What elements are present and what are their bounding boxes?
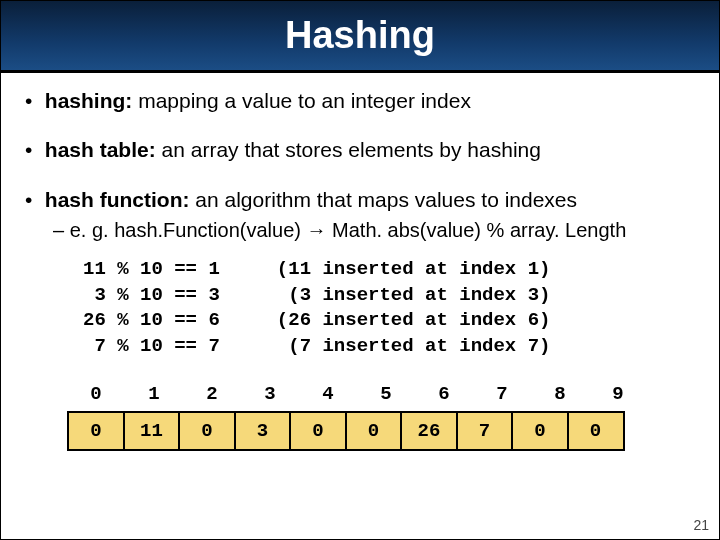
sub-suffix: Math. abs(value) % array. Length xyxy=(326,219,626,241)
index-cell: 8 xyxy=(531,377,589,411)
desc-hashing: mapping a value to an integer index xyxy=(132,89,471,112)
term-hashing: hashing: xyxy=(45,89,133,112)
index-cell: 9 xyxy=(589,377,647,411)
index-cell: 4 xyxy=(299,377,357,411)
bullet-hash-function: • hash function: an algorithm that maps … xyxy=(25,186,695,213)
index-cell: 6 xyxy=(415,377,473,411)
index-cell: 2 xyxy=(183,377,241,411)
value-cell: 0 xyxy=(567,411,625,451)
value-cell: 0 xyxy=(289,411,347,451)
value-row: 0 11 0 3 0 0 26 7 0 0 xyxy=(67,411,695,451)
index-row: 0 1 2 3 4 5 6 7 8 9 xyxy=(67,377,695,411)
hash-table-visual: 0 1 2 3 4 5 6 7 8 9 0 11 0 3 0 0 26 7 0 xyxy=(67,377,695,451)
value-cell: 0 xyxy=(178,411,236,451)
slide: Hashing • hashing: mapping a value to an… xyxy=(0,0,720,540)
bullet-dot-icon: • xyxy=(25,186,39,213)
value-cell: 7 xyxy=(456,411,514,451)
value-cell: 0 xyxy=(67,411,125,451)
term-hash-table: hash table: xyxy=(45,138,156,161)
index-cell: 0 xyxy=(67,377,125,411)
desc-hash-function: an algorithm that maps values to indexes xyxy=(190,188,578,211)
term-hash-function: hash function: xyxy=(45,188,190,211)
slide-title: Hashing xyxy=(285,14,435,57)
page-number: 21 xyxy=(693,517,709,533)
desc-hash-table: an array that stores elements by hashing xyxy=(156,138,541,161)
value-cell: 0 xyxy=(511,411,569,451)
sub-bullet-example: – e. g. hash.Function(value) → Math. abs… xyxy=(53,217,695,243)
index-cell: 3 xyxy=(241,377,299,411)
code-examples: 11 % 10 == 1 (11 inserted at index 1) 3 … xyxy=(83,257,695,360)
sub-prefix: – e. g. hash.Function(value) xyxy=(53,219,306,241)
value-cell: 3 xyxy=(234,411,292,451)
value-cell: 11 xyxy=(123,411,181,451)
value-cell: 26 xyxy=(400,411,458,451)
arrow-icon: → xyxy=(306,219,326,241)
bullet-dot-icon: • xyxy=(25,136,39,163)
bullet-hashing: • hashing: mapping a value to an integer… xyxy=(25,87,695,114)
bullet-hash-table: • hash table: an array that stores eleme… xyxy=(25,136,695,163)
content-area: • hashing: mapping a value to an integer… xyxy=(1,73,719,451)
title-bar: Hashing xyxy=(1,1,719,73)
index-cell: 5 xyxy=(357,377,415,411)
bullet-dot-icon: • xyxy=(25,87,39,114)
value-cell: 0 xyxy=(345,411,403,451)
index-cell: 7 xyxy=(473,377,531,411)
index-cell: 1 xyxy=(125,377,183,411)
